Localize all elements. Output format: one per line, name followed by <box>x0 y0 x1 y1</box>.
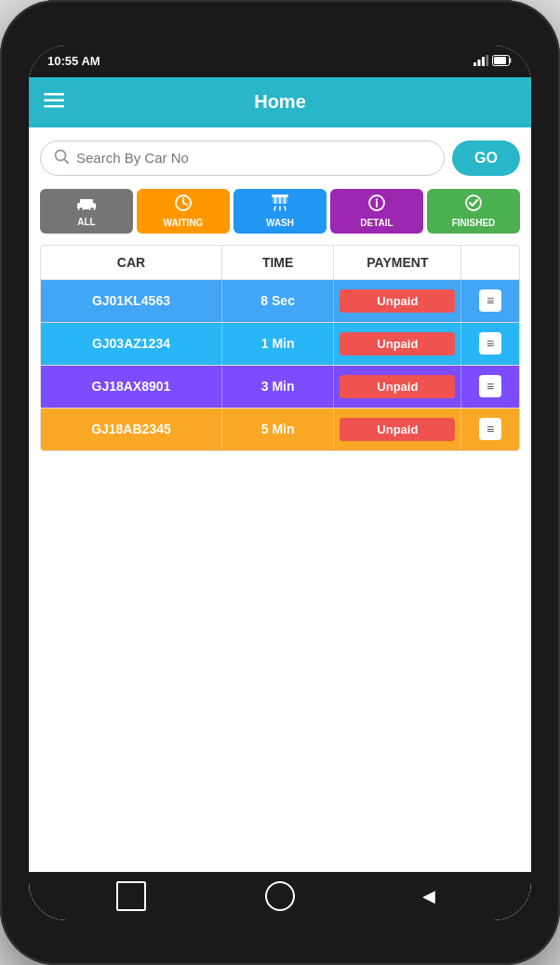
back-button[interactable]: ◀ <box>414 881 444 911</box>
all-icon <box>76 195 97 214</box>
waiting-icon <box>175 194 192 215</box>
home-button[interactable] <box>116 881 146 911</box>
menu-button[interactable]: ≡ <box>479 332 501 355</box>
search-input[interactable] <box>76 150 431 166</box>
svg-line-25 <box>285 207 286 210</box>
svg-point-28 <box>376 198 378 200</box>
tab-wash-label: WASH <box>266 218 294 228</box>
th-car: CAR <box>41 246 222 279</box>
svg-rect-1 <box>478 60 481 66</box>
pay-cell: Unpaid <box>334 280 461 322</box>
action-cell[interactable]: ≡ <box>461 280 519 322</box>
search-row: GO <box>40 141 520 176</box>
tab-finished-label: FINISHED <box>452 218 496 228</box>
phone-frame: 10:55 AM <box>0 0 560 965</box>
svg-rect-5 <box>494 57 506 64</box>
pay-cell: Unpaid <box>334 409 461 450</box>
pay-cell: Unpaid <box>334 366 461 408</box>
tab-all[interactable]: ALL <box>40 189 133 234</box>
back-circle-button[interactable] <box>265 881 295 911</box>
detail-icon <box>368 194 385 215</box>
svg-rect-8 <box>44 105 64 108</box>
tab-detail-label: DETAIL <box>360 218 393 228</box>
svg-line-17 <box>183 203 187 205</box>
th-action <box>461 246 519 279</box>
table-header: CAR TIME PAYMENT <box>41 246 519 280</box>
tab-all-label: ALL <box>77 217 95 227</box>
svg-rect-3 <box>487 55 489 66</box>
page-title: Home <box>254 91 306 113</box>
svg-rect-0 <box>473 62 476 66</box>
car-cell: GJ01KL4563 <box>41 280 222 322</box>
svg-line-23 <box>274 207 275 210</box>
unpaid-badge: Unpaid <box>340 375 455 398</box>
table-row: GJ18AB2345 5 Min Unpaid ≡ <box>41 409 519 450</box>
menu-icon[interactable] <box>44 91 64 113</box>
content-area: GO ALL <box>29 127 531 872</box>
filter-tabs: ALL WAITING <box>40 189 520 234</box>
car-cell: GJ18AX8901 <box>41 366 222 408</box>
unpaid-badge: Unpaid <box>340 418 455 441</box>
tab-wash[interactable]: WASH <box>233 189 327 234</box>
phone-notch <box>215 48 345 74</box>
svg-rect-7 <box>44 100 64 102</box>
time-cell: 5 Min <box>222 409 334 450</box>
tab-finished[interactable]: FINISHED <box>427 189 520 234</box>
svg-point-13 <box>79 207 84 210</box>
unpaid-badge: Unpaid <box>340 289 455 313</box>
battery-icon <box>492 55 513 68</box>
menu-button[interactable]: ≡ <box>479 375 501 397</box>
table-row: GJ01KL4563 8 Sec Unpaid ≡ <box>41 280 519 323</box>
svg-line-10 <box>64 159 68 163</box>
th-payment: PAYMENT <box>334 246 461 279</box>
svg-rect-2 <box>482 57 485 66</box>
tab-waiting-label: WAITING <box>164 218 204 228</box>
signal-icon <box>473 55 488 68</box>
th-time: TIME <box>222 246 334 279</box>
tab-waiting[interactable]: WAITING <box>137 189 230 234</box>
tab-detail[interactable]: DETAIL <box>330 189 423 234</box>
svg-rect-22 <box>272 194 288 197</box>
time-cell: 8 Sec <box>222 280 334 322</box>
svg-rect-6 <box>44 93 64 96</box>
menu-button[interactable]: ≡ <box>479 418 501 440</box>
wash-icon <box>271 194 289 215</box>
action-cell[interactable]: ≡ <box>461 323 519 365</box>
unpaid-badge: Unpaid <box>340 332 455 355</box>
svg-point-29 <box>466 195 481 210</box>
pay-cell: Unpaid <box>334 323 461 365</box>
go-button[interactable]: GO <box>452 141 520 176</box>
bottom-nav: ◀ <box>29 872 531 920</box>
car-cell: GJ03AZ1234 <box>41 323 222 365</box>
search-icon <box>54 149 69 168</box>
table-row: GJ03AZ1234 1 Min Unpaid ≡ <box>41 323 519 366</box>
status-icons <box>473 55 513 68</box>
svg-rect-12 <box>80 199 93 204</box>
app-header: Home <box>29 77 531 127</box>
table-row: GJ18AX8901 3 Min Unpaid ≡ <box>41 366 519 409</box>
finished-icon <box>465 194 482 215</box>
phone-screen: 10:55 AM <box>29 46 531 920</box>
status-time: 10:55 AM <box>47 54 100 68</box>
action-cell[interactable]: ≡ <box>461 366 519 408</box>
car-cell: GJ18AB2345 <box>41 409 222 450</box>
time-cell: 1 Min <box>222 323 334 365</box>
search-input-wrap <box>40 141 445 176</box>
action-cell[interactable]: ≡ <box>461 409 519 450</box>
time-cell: 3 Min <box>222 366 334 408</box>
car-table: CAR TIME PAYMENT GJ01KL4563 8 Sec Unpaid… <box>40 245 520 451</box>
menu-button[interactable]: ≡ <box>479 289 501 312</box>
svg-point-14 <box>90 207 95 210</box>
